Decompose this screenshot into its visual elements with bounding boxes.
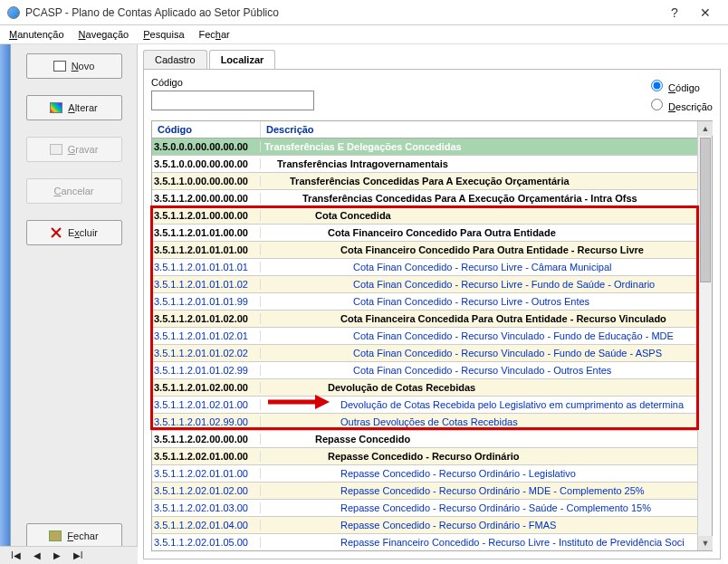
cell-desc: Repasse Concedido - Recurso Ordinário - …: [261, 520, 697, 531]
cell-code: 3.5.1.1.2.01.01.02.99: [152, 365, 261, 376]
cell-code: 3.5.1.1.2.02.01.05.00: [152, 537, 261, 548]
cell-code: 3.5.1.1.2.01.01.02.01: [152, 330, 261, 341]
table-row[interactable]: 3.5.1.1.2.00.00.00.00Transferências Conc…: [152, 190, 697, 207]
cell-code: 3.5.1.1.2.02.01.01.00: [152, 468, 261, 479]
sidebar: Novo Alterar Gravar Cancelar Excluir Fec…: [0, 44, 138, 563]
col-descricao[interactable]: Descrição: [261, 121, 697, 138]
cell-code: 3.5.0.0.0.00.00.00.00: [152, 141, 261, 152]
tab-cadastro[interactable]: Cadastro: [143, 50, 207, 69]
scroll-up-icon[interactable]: ▲: [698, 121, 713, 136]
save-icon: [50, 144, 62, 155]
table-row[interactable]: 3.5.1.1.2.01.02.00.00Devolução de Cotas …: [152, 379, 697, 397]
radio-descricao[interactable]: Descrição: [647, 96, 713, 112]
cell-desc: Outras Devoluções de Cotas Recebidas: [261, 416, 697, 427]
table-row[interactable]: 3.5.1.1.2.01.02.01.00Devolução de Cotas …: [152, 397, 697, 414]
close-folder-icon: [49, 531, 62, 541]
scroll-thumb[interactable]: [700, 138, 711, 282]
radio-codigo[interactable]: Código: [647, 77, 713, 93]
cell-desc: Cota Finan Concedido - Recurso Vinculado…: [261, 365, 697, 376]
scroll-down-icon[interactable]: ▼: [698, 536, 713, 550]
cell-desc: Devolução de Cotas Recebida pelo Legisla…: [261, 399, 697, 410]
gravar-button: Gravar: [26, 137, 122, 162]
table-header: Código Descrição: [152, 121, 697, 139]
menu-pesquisa[interactable]: Pesquisa: [143, 29, 184, 40]
main-panel: Cadastro Localizar Código Código Descriç…: [138, 44, 728, 563]
cell-desc: Devolução de Cotas Recebidas: [261, 382, 697, 393]
order-radios: Código Descrição: [647, 77, 713, 115]
col-codigo[interactable]: Código: [152, 121, 261, 138]
cell-code: 3.5.1.1.2.01.01.02.00: [152, 313, 261, 324]
table-row[interactable]: 3.5.1.1.2.01.01.02.00Cota Financeira Con…: [152, 311, 697, 328]
table-row[interactable]: 3.5.1.1.2.01.01.02.01Cota Finan Concedid…: [152, 328, 697, 345]
cancelar-button: Cancelar: [26, 178, 122, 204]
table-row[interactable]: 3.5.1.1.2.01.01.01.00Cota Financeiro Con…: [152, 242, 697, 259]
cell-code: 3.5.1.1.2.01.01.01.00: [152, 244, 261, 255]
tab-strip: Cadastro Localizar: [143, 50, 721, 69]
cell-code: 3.5.1.1.0.00.00.00.00: [152, 176, 261, 186]
cell-code: 3.5.1.1.2.01.02.00.00: [152, 382, 261, 393]
table-row[interactable]: 3.5.1.1.2.02.01.00.00Repasse Concedido -…: [152, 448, 697, 465]
menu-bar: Manutenção Navegação Pesquisa Fechar: [0, 25, 728, 44]
cell-code: 3.5.1.1.2.02.01.02.00: [152, 485, 261, 496]
close-button[interactable]: ✕: [690, 5, 721, 20]
table-row[interactable]: 3.5.1.1.2.02.01.03.00Repasse Concedido -…: [152, 500, 697, 517]
cell-code: 3.5.1.1.2.01.01.01.01: [152, 262, 261, 272]
alterar-button[interactable]: Alterar: [26, 95, 122, 120]
cell-desc: Repasse Concedido: [261, 434, 697, 445]
cell-desc: Cota Finan Concedido - Recurso Livre - F…: [261, 279, 697, 290]
table-row[interactable]: 3.5.1.1.2.01.01.01.01Cota Finan Concedid…: [152, 259, 697, 276]
table-row[interactable]: 3.5.1.1.2.01.01.01.02Cota Finan Concedid…: [152, 276, 697, 293]
table-row[interactable]: 3.5.0.0.0.00.00.00.00Transferências E De…: [152, 139, 697, 156]
cell-desc: Cota Concedida: [261, 210, 697, 221]
table-row[interactable]: 3.5.1.1.2.01.01.00.00Cota Financeiro Con…: [152, 225, 697, 242]
tab-localizar[interactable]: Localizar: [209, 50, 276, 69]
table-row[interactable]: 3.5.1.1.2.01.01.02.99Cota Finan Concedid…: [152, 362, 697, 379]
cell-desc: Transferências E Delegações Concedidas: [261, 141, 697, 152]
cell-code: 3.5.1.1.2.01.01.01.99: [152, 296, 261, 307]
record-nav: I◀ ◀ ▶ ▶I: [0, 546, 138, 564]
cell-desc: Cota Finan Concedido - Recurso Vinculado…: [261, 330, 697, 341]
menu-manutencao[interactable]: Manutenção: [9, 29, 64, 40]
menu-navegacao[interactable]: Navegação: [79, 29, 129, 40]
table-row[interactable]: 3.5.1.1.2.01.01.02.02Cota Finan Concedid…: [152, 345, 697, 362]
table-row[interactable]: 3.5.1.1.0.00.00.00.00Transferências Conc…: [152, 173, 697, 190]
table-row[interactable]: 3.5.1.1.2.02.01.01.00Repasse Concedido -…: [152, 465, 697, 483]
excluir-button[interactable]: Excluir: [26, 220, 122, 245]
menu-fechar[interactable]: Fechar: [199, 29, 230, 40]
nav-last-icon[interactable]: ▶I: [73, 550, 83, 560]
nav-next-icon[interactable]: ▶: [53, 550, 61, 560]
cell-desc: Cota Finan Concedido - Recurso Vinculado…: [261, 348, 697, 358]
table-row[interactable]: 3.5.1.1.2.02.01.05.00Repasse Financeiro …: [152, 534, 697, 550]
title-bar: PCASP - Plano de Contas Aplicado ao Seto…: [0, 0, 728, 25]
scrollbar[interactable]: ▲ ▼: [697, 121, 712, 550]
fechar-button[interactable]: Fechar: [26, 523, 122, 549]
delete-icon: [50, 227, 62, 238]
search-input[interactable]: [151, 91, 314, 110]
cell-desc: Cota Finan Concedido - Recurso Livre - C…: [261, 262, 697, 272]
table-row[interactable]: 3.5.1.1.2.02.01.02.00Repasse Concedido -…: [152, 483, 697, 500]
table-row[interactable]: 3.5.1.1.2.01.00.00.00Cota Concedida: [152, 207, 697, 225]
table-row[interactable]: 3.5.1.0.0.00.00.00.00Transferências Intr…: [152, 156, 697, 173]
tab-body: Código Código Descrição Código Descrição…: [143, 69, 721, 559]
cell-code: 3.5.1.1.2.02.00.00.00: [152, 434, 261, 445]
cell-code: 3.5.1.1.2.02.01.00.00: [152, 451, 261, 462]
novo-button[interactable]: Novo: [26, 53, 122, 79]
edit-icon: [50, 102, 62, 113]
table-row[interactable]: 3.5.1.1.2.01.01.01.99Cota Finan Concedid…: [152, 293, 697, 311]
table-row[interactable]: 3.5.1.1.2.02.00.00.00Repasse Concedido: [152, 431, 697, 448]
table-row[interactable]: 3.5.1.1.2.02.01.04.00Repasse Concedido -…: [152, 517, 697, 534]
cell-desc: Cota Financeiro Concedido Para Outra Ent…: [261, 227, 697, 238]
table-row[interactable]: 3.5.1.1.2.01.02.99.00Outras Devoluções d…: [152, 414, 697, 431]
cell-desc: Transferências Concedidas Para A Execuçã…: [261, 176, 697, 186]
cell-code: 3.5.1.1.2.01.01.00.00: [152, 227, 261, 238]
nav-prev-icon[interactable]: ◀: [34, 550, 41, 560]
cell-code: 3.5.1.1.2.01.01.02.02: [152, 348, 261, 358]
cell-code: 3.5.1.0.0.00.00.00.00: [152, 158, 261, 169]
help-button[interactable]: ?: [659, 5, 690, 20]
cell-desc: Cota Financeiro Concedido Para Outra Ent…: [261, 244, 697, 255]
cell-desc: Transferências Intragovernamentais: [261, 158, 697, 169]
cell-code: 3.5.1.1.2.00.00.00.00: [152, 193, 261, 204]
cell-code: 3.5.1.1.2.01.02.99.00: [152, 416, 261, 427]
cell-desc: Repasse Financeiro Concedido - Recurso L…: [261, 537, 697, 548]
nav-first-icon[interactable]: I◀: [11, 550, 21, 560]
